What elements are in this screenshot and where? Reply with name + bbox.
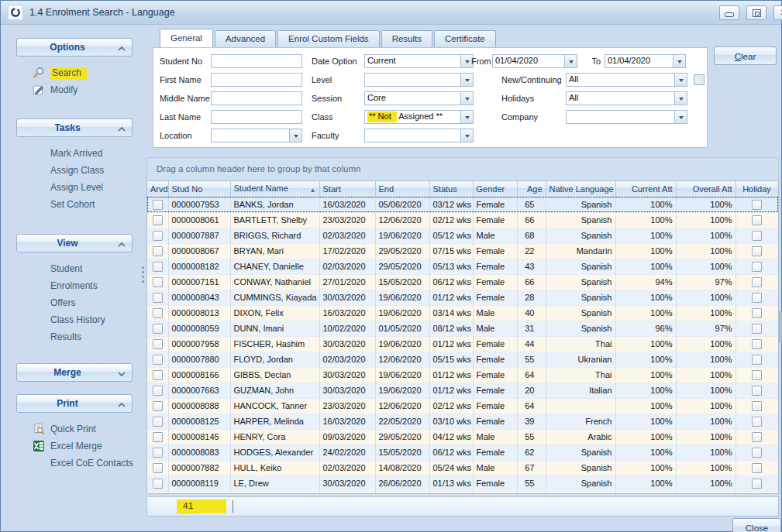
table-row[interactable]: 0000008125HARPER, Melinda16/03/202022/05… <box>147 414 778 429</box>
middle-name-input[interactable] <box>211 91 302 105</box>
holiday-checkbox[interactable] <box>752 339 762 349</box>
tab-general[interactable]: General <box>160 29 213 47</box>
sidebar-item-search[interactable]: Search <box>16 64 133 81</box>
holiday-checkbox[interactable] <box>752 200 762 210</box>
table-row[interactable]: 0000008013DIXON, Felix16/03/202019/06/20… <box>147 305 778 321</box>
minimize-button[interactable] <box>719 5 739 20</box>
column-header-arvd[interactable]: Arvd <box>147 181 168 197</box>
dropdown-arrow-icon[interactable] <box>674 111 687 123</box>
dropdown-arrow-icon[interactable] <box>673 55 685 67</box>
arvd-checkbox[interactable] <box>153 277 163 287</box>
arvd-checkbox[interactable] <box>153 246 163 256</box>
arvd-checkbox[interactable] <box>153 370 163 380</box>
tab-results[interactable]: Results <box>381 30 432 47</box>
new-continuing-checkbox[interactable] <box>694 74 704 85</box>
class-combo[interactable]: ** Not Assigned ** <box>364 110 474 124</box>
holidays-combo[interactable]: All <box>566 91 687 105</box>
holiday-checkbox[interactable] <box>752 417 762 427</box>
arvd-checkbox[interactable] <box>153 355 163 365</box>
date-option-combo[interactable]: Current <box>364 54 474 68</box>
arvd-checkbox[interactable] <box>153 417 163 427</box>
holiday-checkbox[interactable] <box>752 463 762 473</box>
sidebar-item-set-cohort[interactable]: Set Cohort <box>16 196 133 213</box>
sidebar-item-results[interactable]: Results <box>16 328 133 345</box>
table-row[interactable]: 0000007953BANKS, Jordan16/03/202005/06/2… <box>147 197 778 212</box>
column-header-start[interactable]: Start <box>319 181 375 197</box>
holiday-checkbox[interactable] <box>752 432 762 442</box>
sidebar-item-excel-coe-contacts[interactable]: Excel CoE Contacts <box>16 455 133 472</box>
table-row[interactable]: 0000008043CUMMINGS, Kiayada30/03/202019/… <box>147 290 778 305</box>
restore-button[interactable] <box>746 5 766 20</box>
sidebar-item-quick-print[interactable]: Quick Print <box>16 420 133 438</box>
sidebar-group-header-view[interactable]: View <box>16 234 133 252</box>
holiday-checkbox[interactable] <box>752 386 762 396</box>
sidebar-group-header-tasks[interactable]: Tasks <box>16 118 133 137</box>
sidebar-item-modify[interactable]: Modify <box>16 81 133 98</box>
table-row-partial[interactable] <box>147 491 778 494</box>
company-combo[interactable] <box>566 110 687 124</box>
table-row[interactable]: 0000007663GUZMAN, John30/03/202019/06/20… <box>147 383 778 398</box>
dropdown-arrow-icon[interactable] <box>674 92 687 105</box>
arvd-checkbox[interactable] <box>153 448 163 458</box>
sidebar-item-excel-merge[interactable]: Excel Merge <box>16 438 133 455</box>
table-row[interactable]: 0000008067BRYAN, Mari17/02/202029/05/202… <box>147 243 778 259</box>
arvd-checkbox[interactable] <box>153 386 163 396</box>
column-header-end[interactable]: End <box>375 181 429 197</box>
arvd-checkbox[interactable] <box>153 324 163 334</box>
holiday-checkbox[interactable] <box>752 277 762 287</box>
from-date-combo[interactable]: 01/04/2020 <box>492 54 577 68</box>
table-row[interactable]: 0000007887BRIGGS, Richard02/03/202019/06… <box>147 228 778 243</box>
column-header-current-att[interactable]: Current Att <box>615 181 676 197</box>
table-row[interactable]: 0000007151CONWAY, Nathaniel27/01/202015/… <box>147 274 778 290</box>
vertical-scrollbar-thumb[interactable] <box>779 311 782 343</box>
arvd-checkbox[interactable] <box>153 479 163 489</box>
sidebar-group-header-options[interactable]: Options <box>16 38 133 57</box>
arvd-checkbox[interactable] <box>153 262 163 272</box>
column-header-gender[interactable]: Gender <box>473 181 517 197</box>
arvd-checkbox[interactable] <box>153 231 163 241</box>
holiday-checkbox[interactable] <box>752 324 762 334</box>
arvd-checkbox[interactable] <box>153 401 163 411</box>
holiday-checkbox[interactable] <box>752 355 762 365</box>
clear-button[interactable]: Clear <box>714 46 777 65</box>
close-button[interactable]: Close <box>732 518 781 532</box>
table-row[interactable]: 0000007958FISCHER, Hashim30/03/202019/06… <box>147 336 778 352</box>
arvd-checkbox[interactable] <box>153 215 163 225</box>
table-row[interactable]: 0000008083HODGES, Alexander24/02/202015/… <box>147 444 778 460</box>
arvd-checkbox[interactable] <box>153 432 163 442</box>
dropdown-arrow-icon[interactable] <box>564 55 577 67</box>
table-row[interactable]: 0000008088HANCOCK, Tanner23/03/202012/06… <box>147 398 778 414</box>
student-no-input[interactable] <box>211 54 302 68</box>
column-header-age[interactable]: Age <box>517 181 546 197</box>
table-row[interactable]: 0000008166GIBBS, Declan30/03/202019/06/2… <box>147 367 778 383</box>
sidebar-item-enrolments[interactable]: Enrolments <box>16 277 133 294</box>
dropdown-arrow-icon[interactable] <box>674 74 687 86</box>
column-header-native-language[interactable]: Native Language <box>546 181 615 197</box>
level-combo[interactable] <box>364 73 474 87</box>
splitter-handle[interactable] <box>142 264 146 284</box>
sidebar-item-assign-class[interactable]: Assign Class <box>16 162 133 179</box>
dropdown-arrow-icon[interactable] <box>289 129 301 142</box>
session-combo[interactable]: Core <box>364 91 474 105</box>
holiday-checkbox[interactable] <box>752 262 762 272</box>
table-row[interactable]: 0000007882HULL, Keiko02/03/202014/08/202… <box>147 460 778 475</box>
sidebar-item-class-history[interactable]: Class History <box>16 311 133 328</box>
sidebar-item-offers[interactable]: Offers <box>16 294 133 311</box>
table-row[interactable]: 0000008059DUNN, Imani10/02/202001/05/202… <box>147 321 778 336</box>
group-by-panel[interactable]: Drag a column header here to group by th… <box>146 157 779 180</box>
tab-certificate[interactable]: Certificate <box>434 30 496 47</box>
holiday-checkbox[interactable] <box>752 246 762 256</box>
arvd-checkbox[interactable] <box>153 308 163 318</box>
sidebar-item-assign-level[interactable]: Assign Level <box>16 179 133 196</box>
holiday-checkbox[interactable] <box>752 231 762 241</box>
holiday-checkbox[interactable] <box>752 401 762 411</box>
to-date-combo[interactable]: 01/04/2020 <box>605 54 686 68</box>
column-header-student-name[interactable]: Student Name▲ <box>230 181 319 197</box>
dropdown-arrow-icon[interactable] <box>460 129 473 142</box>
table-row[interactable]: 0000008182CHANEY, Danielle02/03/202029/0… <box>147 259 778 274</box>
holiday-checkbox[interactable] <box>752 215 762 225</box>
sidebar-item-student[interactable]: Student <box>16 260 133 277</box>
sidebar-group-header-print[interactable]: Print <box>16 394 133 413</box>
sidebar-item-mark-arrived[interactable]: Mark Arrived <box>16 145 133 162</box>
new-continuing-combo[interactable]: All <box>566 73 687 87</box>
